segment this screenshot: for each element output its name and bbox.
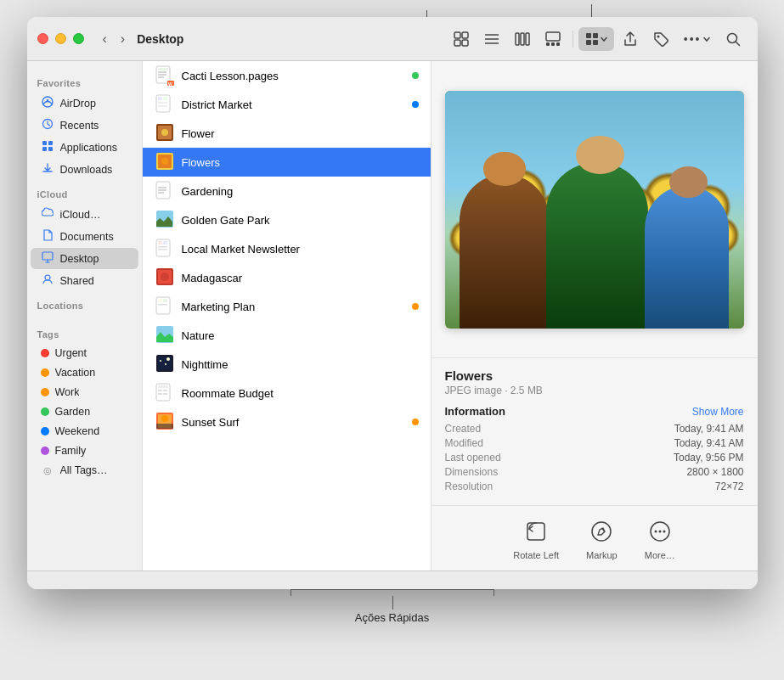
person-right <box>645 186 729 329</box>
svg-rect-72 <box>163 393 167 395</box>
file-item-flowers[interactable]: Flowers <box>143 148 431 177</box>
dimensions-label: Dimensions <box>445 466 499 478</box>
list-view-button[interactable] <box>477 26 506 52</box>
recents-label: Recents <box>60 120 99 132</box>
sidebar-item-icloud[interactable]: iCloud… <box>31 204 138 225</box>
info-row-dimensions: Dimensions 2800 × 1800 <box>445 466 744 478</box>
work-label: Work <box>55 386 80 398</box>
sidebar-item-alltags[interactable]: ◎ All Tags… <box>31 461 138 480</box>
svg-rect-39 <box>158 102 167 104</box>
svg-text:W: W <box>168 81 172 86</box>
share-button[interactable] <box>616 26 645 52</box>
svg-point-77 <box>592 522 611 541</box>
gallery-view-button[interactable] <box>539 26 567 52</box>
rotate-left-label: Rotate Left <box>513 550 559 560</box>
airdrop-icon <box>41 96 54 110</box>
show-more-link[interactable]: Show More <box>692 406 744 418</box>
close-button[interactable] <box>37 33 48 44</box>
group-button[interactable] <box>578 27 614 51</box>
alltags-label: All Tags… <box>60 464 108 476</box>
svg-rect-71 <box>158 393 162 395</box>
roommate-name: Roommate Budget <box>182 387 419 400</box>
file-item-madagascar[interactable]: Madagascar <box>143 263 431 292</box>
file-item-goldengate[interactable]: Golden Gate Park <box>143 205 431 234</box>
svg-point-56 <box>161 273 169 281</box>
lastopened-label: Last opened <box>445 452 501 464</box>
sidebar-item-family[interactable]: Family <box>31 441 138 460</box>
more-actions-button[interactable]: More… <box>645 516 675 560</box>
forward-button[interactable]: › <box>116 28 130 50</box>
file-item-district[interactable]: District Market <box>143 90 431 119</box>
svg-rect-28 <box>42 252 53 260</box>
madagascar-name: Madagascar <box>182 272 419 284</box>
back-button[interactable]: ‹ <box>98 28 112 50</box>
face-left <box>483 152 525 185</box>
district-dot <box>412 101 419 108</box>
svg-rect-60 <box>158 304 167 306</box>
svg-rect-9 <box>526 33 529 45</box>
svg-rect-11 <box>546 42 550 46</box>
sidebar-item-downloads[interactable]: Downloads <box>31 159 138 180</box>
file-item-sunset[interactable]: Sunset Surf <box>143 407 431 436</box>
minimize-button[interactable] <box>55 33 66 44</box>
icloud-label: iCloud… <box>60 209 101 221</box>
documents-label: Documents <box>60 231 114 243</box>
file-item-localmarket[interactable]: Local Market Newsletter <box>143 234 431 263</box>
person-middle <box>546 162 648 329</box>
nature-icon <box>155 325 175 346</box>
sidebar-item-shared[interactable]: Shared <box>31 270 138 291</box>
preview-filetype: JPEG image · 2.5 MB <box>445 385 744 396</box>
rotate-left-button[interactable]: Rotate Left <box>513 516 559 560</box>
main-content: Favorites AirDrop <box>27 61 758 570</box>
icon-view-button[interactable] <box>447 26 476 52</box>
flower-icon <box>155 123 175 143</box>
sidebar-item-vacation[interactable]: Vacation <box>31 363 138 382</box>
bracket-left <box>290 589 291 596</box>
sidebar-item-urgent[interactable]: Urgent <box>31 344 138 362</box>
tag-button[interactable] <box>646 26 675 52</box>
gardening-icon <box>155 181 175 201</box>
sidebar-item-documents[interactable]: Documents <box>31 226 138 247</box>
info-row-lastopened: Last opened Today, 9:56 PM <box>445 452 744 464</box>
info-row-resolution: Resolution 72×72 <box>445 480 744 492</box>
file-item-roommate[interactable]: Roommate Budget <box>143 379 431 407</box>
markup-label: Markup <box>586 550 618 560</box>
file-item-marketing[interactable]: Marketing Plan <box>143 292 431 321</box>
column-view-button[interactable] <box>508 26 537 52</box>
file-item-gardening[interactable]: Gardening <box>143 177 431 205</box>
sidebar-item-work[interactable]: Work <box>31 383 138 402</box>
bottom-annotation-area: Ações Rápidas <box>27 596 758 624</box>
family-label: Family <box>55 445 87 457</box>
file-item-nature[interactable]: Nature <box>143 321 431 350</box>
sunset-name: Sunset Surf <box>182 416 405 429</box>
maximize-button[interactable] <box>73 33 84 44</box>
sidebar-item-applications[interactable]: Applications <box>31 137 138 158</box>
localmarket-name: Local Market Newsletter <box>182 243 419 256</box>
applications-icon <box>41 140 54 155</box>
preview-image <box>445 91 744 329</box>
sidebar-item-weekend[interactable]: Weekend <box>31 422 138 441</box>
file-item-flower[interactable]: Flower <box>143 119 431 148</box>
search-button[interactable] <box>719 26 747 52</box>
sidebar-item-desktop[interactable]: Desktop <box>31 248 138 269</box>
more-button[interactable]: ••• <box>677 27 717 51</box>
file-item-nighttime[interactable]: Nighttime <box>143 350 431 379</box>
list-view-icon <box>484 31 499 47</box>
garden-tag-dot <box>41 407 49 416</box>
svg-rect-7 <box>516 33 519 45</box>
sidebar-item-recents[interactable]: Recents <box>31 115 138 136</box>
file-item-cacti[interactable]: W Cacti Lesson.pages <box>143 61 431 90</box>
svg-point-66 <box>165 363 166 365</box>
more-dots: ••• <box>684 32 702 46</box>
sidebar-item-airdrop[interactable]: AirDrop <box>31 93 138 114</box>
goldengate-icon <box>155 210 175 230</box>
sidebar-item-garden[interactable]: Garden <box>31 402 138 421</box>
markup-button[interactable]: Markup <box>586 516 618 560</box>
gallery-view-icon <box>545 31 561 47</box>
garden-label: Garden <box>55 406 91 418</box>
svg-rect-24 <box>42 141 47 145</box>
modified-value: Today, 9:41 AM <box>674 437 744 449</box>
flower-name: Flower <box>182 127 419 140</box>
marketing-name: Marketing Plan <box>182 301 405 313</box>
svg-rect-40 <box>158 105 167 107</box>
